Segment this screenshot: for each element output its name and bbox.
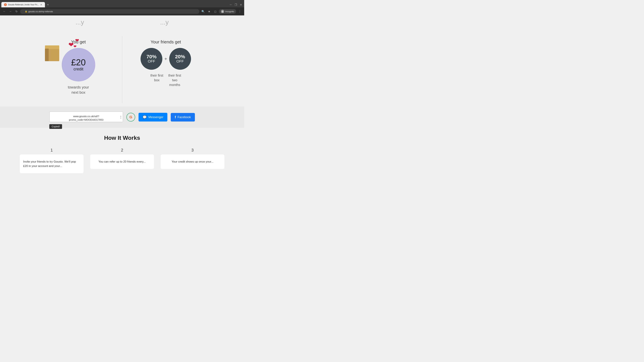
lock-icon: 🔒 (25, 10, 27, 12)
steps-row: 1 Invite your friends to try Gousto. We'… (3, 148, 241, 173)
discount-1-off: OFF (148, 59, 155, 63)
friends-get-title: Your friends get (126, 39, 206, 44)
reward-description: towards your next box (38, 85, 119, 95)
discount-1-percent: 70% (146, 54, 156, 59)
discount-2-off: OFF (176, 59, 184, 63)
friends-get-section: Your friends get 70% OFF + 20% OFF their… (122, 36, 210, 90)
step-3-text: Your credit shows up once your... (172, 160, 214, 164)
messenger-share-button[interactable]: 💬 Messenger (138, 113, 167, 121)
step-3: 3 Your credit shows up once your... (161, 148, 224, 173)
incognito-label: Incognito (225, 10, 234, 13)
back-button[interactable]: ← (2, 9, 7, 14)
scroll-arrows: ▲ ▼ (119, 112, 122, 122)
new-tab-button[interactable]: + (46, 2, 50, 7)
address-bar: ← → ↻ 🔒 gousto.co.uk/my-referrals 🔍 ★ ◻ … (0, 7, 244, 15)
credit-label: credit (74, 67, 83, 71)
tab-favicon: G (4, 3, 7, 6)
facebook-icon: f (175, 115, 176, 119)
extension-icon[interactable]: ◻ (213, 9, 218, 14)
step-1-card: Invite your friends to try Gousto. We'll… (20, 155, 84, 173)
copied-badge: Copied! (49, 124, 62, 129)
tab-title: Gousto Referrals | Invite Your Fri... (8, 3, 39, 6)
step-2-card: You can refer up to 20 friends every... (90, 155, 154, 169)
discount-2-description: their first two months (168, 73, 181, 87)
step-2-text: You can refer up to 20 friends every... (98, 160, 146, 164)
url-bar[interactable]: 🔒 gousto.co.uk/my-referrals (20, 9, 200, 14)
step-2-number: 2 (90, 148, 154, 152)
scroll-up-icon[interactable]: ▲ (119, 115, 122, 117)
page-content: ...y ...y (0, 15, 244, 176)
window-close-button[interactable]: ✕ (239, 3, 243, 7)
incognito-button[interactable]: Incognito (219, 9, 236, 14)
step-3-card: Your credit shows up once your... (161, 155, 224, 169)
credit-amount: £20 (71, 58, 86, 67)
discount-circle-1: 70% OFF (140, 48, 162, 70)
gousto-g-icon: G (130, 115, 132, 119)
discount-2-desc-text: their first two months (168, 73, 181, 87)
step-1-number: 1 (20, 148, 84, 152)
incognito-icon (221, 10, 224, 13)
tab-close-button[interactable]: ✕ (40, 3, 42, 6)
bookmark-icon[interactable]: ★ (207, 9, 212, 14)
url-text: gousto.co.uk/my-referrals (28, 10, 53, 13)
hero-section: ...y ...y (0, 15, 244, 26)
scroll-down-icon[interactable]: ▼ (119, 117, 122, 119)
share-section: ▲ ▼ Copied! G 💬 Messenger f Facebook (0, 106, 244, 128)
messenger-icon: 💬 (142, 115, 147, 119)
step-2: 2 You can refer up to 20 friends every..… (90, 148, 154, 173)
step-1: 1 Invite your friends to try Gousto. We'… (20, 148, 84, 173)
discount-2-percent: 20% (175, 54, 185, 59)
toolbar-right: 🔍 ★ ◻ Incognito ⋮ (201, 9, 242, 14)
browser-chrome: G Gousto Referrals | Invite Your Fri... … (0, 0, 244, 15)
discount-circles: 70% OFF + 20% OFF (126, 48, 206, 70)
rewards-section: ❤ ❤ ❤ You get £20 credit towards your ne… (0, 33, 244, 106)
plus-sign: + (164, 56, 167, 61)
referral-url-input[interactable] (49, 111, 123, 122)
credit-circle: £20 credit (62, 48, 95, 81)
step-1-text: Invite your friends to try Gousto. We'll… (23, 160, 80, 168)
tab-bar: G Gousto Referrals | Invite Your Fri... … (0, 0, 244, 7)
reload-button[interactable]: ↻ (14, 9, 19, 14)
how-it-works-section: How It Works 1 Invite your friends to tr… (0, 128, 244, 176)
window-maximize-button[interactable]: ❐ (234, 3, 238, 7)
how-it-works-title: How It Works (3, 135, 241, 141)
you-get-section: ❤ ❤ ❤ You get £20 credit towards your ne… (35, 36, 122, 98)
active-tab[interactable]: G Gousto Referrals | Invite Your Fri... … (1, 2, 45, 7)
search-icon[interactable]: 🔍 (201, 9, 206, 14)
facebook-share-button[interactable]: f Facebook (171, 113, 195, 121)
window-minimize-button[interactable]: ─ (229, 3, 233, 7)
discount-circle-2: 20% OFF (169, 48, 191, 70)
gousto-share-button[interactable]: G (126, 113, 135, 121)
discount-descriptions: their first box their first two months (126, 73, 206, 87)
menu-icon[interactable]: ⋮ (238, 9, 242, 14)
facebook-label: Facebook (178, 115, 191, 119)
forward-button[interactable]: → (8, 9, 13, 14)
box-illustration (45, 46, 60, 61)
hero-title: ...y ...y (0, 19, 244, 26)
messenger-label: Messenger (148, 115, 163, 119)
discount-1-desc-text: their first box (150, 73, 163, 82)
discount-1-description: their first box (150, 73, 163, 87)
url-input-container: ▲ ▼ Copied! (49, 111, 123, 123)
step-3-number: 3 (161, 148, 224, 152)
